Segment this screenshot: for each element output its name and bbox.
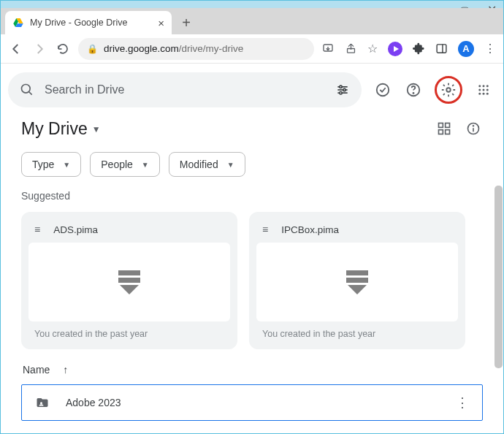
sidepanel-icon[interactable]: [435, 42, 448, 55]
svg-point-14: [413, 93, 413, 94]
card-preview: [28, 243, 230, 321]
play-extension-icon[interactable]: [388, 42, 402, 56]
svg-point-18: [486, 85, 489, 87]
chip-type[interactable]: Type▼: [21, 152, 81, 177]
svg-point-32: [40, 402, 42, 404]
column-name: Name: [23, 364, 50, 376]
svg-point-10: [343, 88, 345, 91]
svg-point-23: [483, 93, 485, 95]
back-button[interactable]: [8, 42, 24, 56]
svg-point-12: [377, 84, 389, 96]
search-box[interactable]: Search in Drive: [8, 72, 362, 107]
card-filename: ADS.pima: [53, 224, 98, 235]
svg-point-11: [340, 92, 342, 94]
svg-point-9: [340, 85, 342, 88]
suggested-label: Suggested: [21, 190, 483, 202]
grid-view-icon[interactable]: [437, 121, 451, 136]
page-title: My Drive: [21, 119, 88, 139]
svg-point-22: [478, 93, 481, 95]
scrollbar[interactable]: [495, 186, 503, 368]
url-text: drive.google.com/drive/my-drive: [104, 43, 243, 54]
sort-ascending-icon[interactable]: ↑: [63, 364, 68, 376]
breadcrumb[interactable]: My Drive ▼: [21, 119, 483, 139]
star-icon[interactable]: ☆: [367, 42, 378, 56]
drive-header-row: Search in Drive: [1, 64, 503, 116]
card-footer: You created in the past year: [28, 321, 230, 339]
tab-close-icon[interactable]: ×: [158, 17, 164, 29]
svg-rect-27: [439, 130, 443, 134]
card-preview: [256, 243, 458, 321]
file-icon: ≡: [262, 224, 268, 235]
filter-chips: Type▼ People▼ Modified▼: [21, 152, 483, 177]
tab-title: My Drive - Google Drive: [30, 18, 127, 28]
chevron-down-icon: ▼: [63, 161, 70, 169]
share-icon[interactable]: [345, 42, 357, 55]
apps-icon[interactable]: [474, 80, 493, 99]
search-options-icon[interactable]: [335, 83, 350, 97]
more-actions-icon[interactable]: ⋮: [456, 395, 469, 411]
profile-avatar[interactable]: A: [458, 41, 474, 57]
suggested-cards: ≡ ADS.pima You created in the past year …: [21, 212, 483, 349]
svg-point-20: [483, 89, 485, 91]
svg-point-17: [483, 85, 485, 87]
svg-point-4: [22, 85, 31, 94]
svg-point-31: [473, 126, 474, 126]
card-footer: You created in the past year: [256, 321, 458, 339]
file-icon: ≡: [34, 224, 40, 235]
address-bar-row: 🔒 drive.google.com/drive/my-drive ☆ A ⋮: [1, 34, 503, 64]
svg-point-24: [486, 93, 489, 95]
chip-people[interactable]: People▼: [90, 152, 160, 177]
drive-logo-icon: [12, 17, 24, 28]
chip-modified[interactable]: Modified▼: [169, 152, 245, 177]
card-filename: IPCBox.pima: [281, 224, 339, 235]
reload-button[interactable]: [55, 42, 71, 56]
svg-point-15: [446, 88, 451, 92]
svg-rect-28: [446, 130, 450, 134]
url-box[interactable]: 🔒 drive.google.com/drive/my-drive: [78, 38, 314, 60]
svg-rect-2: [437, 45, 446, 53]
search-placeholder: Search in Drive: [45, 83, 124, 96]
extensions-icon[interactable]: [413, 42, 425, 55]
info-icon[interactable]: [466, 121, 481, 136]
file-name: Adobe 2023: [66, 397, 121, 408]
suggested-card[interactable]: ≡ ADS.pima You created in the past year: [21, 212, 237, 349]
chevron-down-icon: ▼: [227, 161, 234, 169]
list-header[interactable]: Name ↑: [21, 364, 483, 376]
gear-icon: [440, 82, 457, 98]
tab-strip: My Drive - Google Drive × +: [1, 8, 503, 34]
browser-tab[interactable]: My Drive - Google Drive ×: [5, 11, 172, 34]
svg-point-19: [478, 89, 481, 91]
svg-rect-26: [446, 123, 450, 128]
forward-button: [31, 42, 47, 56]
search-icon: [20, 83, 34, 97]
ready-offline-icon[interactable]: [373, 80, 392, 99]
chevron-down-icon: ▼: [92, 124, 101, 134]
file-row[interactable]: Adobe 2023 ⋮: [21, 384, 483, 421]
browser-menu-icon[interactable]: ⋮: [484, 42, 496, 56]
lock-icon: 🔒: [87, 44, 98, 54]
settings-button-highlight[interactable]: [435, 76, 462, 104]
install-icon[interactable]: [321, 42, 335, 56]
svg-line-5: [29, 92, 32, 95]
chevron-down-icon: ▼: [142, 161, 149, 169]
shared-folder-icon: [35, 396, 50, 409]
svg-rect-25: [439, 123, 443, 128]
help-icon[interactable]: [404, 80, 423, 99]
new-tab-button[interactable]: +: [176, 12, 196, 33]
suggested-card[interactable]: ≡ IPCBox.pima You created in the past ye…: [249, 212, 465, 349]
svg-point-16: [478, 85, 481, 87]
svg-point-21: [486, 89, 489, 91]
